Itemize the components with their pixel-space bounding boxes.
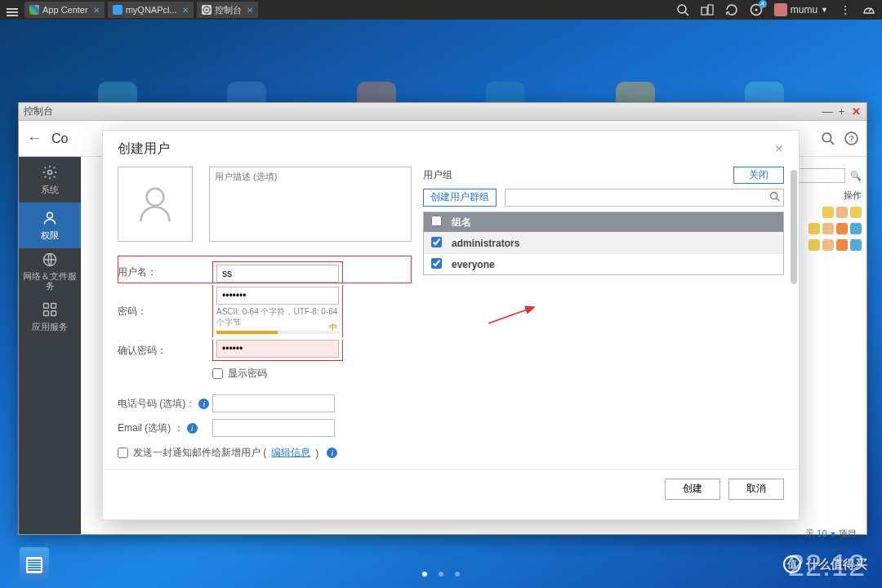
dock — [20, 547, 49, 583]
chevron-down-icon: ▼ — [821, 6, 828, 14]
svg-point-9 — [822, 133, 831, 142]
control-panel-window: 控制台 — + ✕ ← Co ? 系统 权限 网络＆文件服务 — [18, 102, 867, 535]
dashboard-icon[interactable] — [862, 3, 875, 16]
help-icon[interactable]: ? — [844, 131, 858, 145]
strength-label: 中 — [329, 322, 337, 333]
usergroup-title: 用户组 — [423, 168, 452, 182]
close-icon[interactable]: ✕ — [93, 6, 100, 15]
info-icon[interactable]: i — [327, 448, 337, 458]
close-icon[interactable]: ✕ — [774, 142, 784, 155]
tab-label: App Center — [42, 5, 88, 15]
page-indicator[interactable] — [422, 572, 460, 577]
search-icon[interactable] — [676, 3, 689, 16]
window-titlebar[interactable]: 控制台 — + ✕ — [19, 103, 866, 121]
tab-label: myQNAPcl... — [126, 5, 177, 15]
svg-rect-17 — [51, 303, 56, 308]
close-icon[interactable]: ✕ — [182, 6, 189, 15]
close-button[interactable]: ✕ — [850, 105, 862, 118]
username-label: 用户名： — [118, 265, 212, 279]
svg-point-21 — [770, 193, 777, 199]
svg-point-2 — [678, 5, 686, 13]
groupname-column[interactable]: 组名 — [448, 216, 783, 229]
create-group-button[interactable]: 创建用户群组 — [423, 189, 497, 207]
sidebar-item-label: 权限 — [41, 229, 59, 242]
dock-item[interactable] — [20, 547, 49, 583]
svg-point-1 — [205, 9, 207, 11]
show-password-label: 显示密码 — [228, 367, 267, 381]
groups-table: 组名 administrators everyone — [423, 212, 784, 275]
info-icon[interactable]: i — [198, 399, 209, 409]
confirm-label: 确认密码： — [118, 344, 212, 358]
close-groups-button[interactable]: 关闭 — [733, 167, 784, 184]
sidebar-item-apps[interactable]: 应用服务 — [19, 294, 81, 340]
window-title: 控制台 — [24, 105, 53, 118]
notif-badge: 4 — [759, 0, 767, 8]
tab-appcenter[interactable]: App Center ✕ — [24, 2, 105, 18]
notify-label: 发送一封通知邮件给新增用户 ( — [133, 446, 266, 460]
phone-label: 电话号码 (选填)： — [118, 398, 195, 409]
sidebar-item-privilege[interactable]: 权限 — [19, 203, 81, 248]
watermark: 值什么值得买 — [783, 555, 867, 573]
search-icon[interactable] — [765, 191, 783, 204]
create-button[interactable]: 创建 — [665, 479, 720, 500]
tab-controlpanel[interactable]: 控制台 ✕ — [197, 2, 258, 18]
sidebar-item-label: 网络＆文件服务 — [19, 271, 81, 291]
show-password-checkbox[interactable] — [212, 368, 223, 379]
svg-point-7 — [755, 9, 757, 11]
notify-checkbox[interactable] — [118, 448, 128, 458]
group-search-input[interactable] — [506, 189, 765, 206]
select-all-checkbox[interactable] — [431, 216, 442, 226]
sidebar-item-network[interactable]: 网络＆文件服务 — [19, 248, 81, 294]
info-icon[interactable]: i — [187, 423, 198, 434]
notification-icon[interactable]: 4 — [750, 3, 763, 16]
svg-text:?: ? — [849, 134, 854, 144]
cancel-button[interactable]: 取消 — [728, 479, 784, 500]
password-label: 密码： — [118, 305, 212, 318]
group-name: administrators — [448, 238, 783, 249]
tab-label: 控制台 — [215, 4, 242, 16]
behind-content: 🔍 操作 示 10 ▼ 项目 — [791, 168, 862, 256]
menu-icon[interactable] — [0, 5, 24, 15]
phone-field[interactable] — [212, 394, 335, 412]
dialog-title: 创建用户 — [118, 140, 170, 158]
username-label: 用户名： — [103, 263, 117, 277]
svg-point-14 — [47, 212, 53, 218]
table-row[interactable]: administrators — [424, 232, 783, 253]
group-name: everyone — [448, 259, 783, 270]
table-row[interactable]: everyone — [424, 253, 783, 274]
group-search[interactable] — [505, 189, 784, 207]
search-icon[interactable] — [821, 131, 835, 145]
ops-column-header: 操作 — [791, 189, 862, 202]
top-bar: App Center ✕ myQNAPcl... ✕ 控制台 ✕ 4 mumu … — [0, 0, 882, 20]
user-description[interactable] — [209, 167, 412, 242]
tab-myqnap[interactable]: myQNAPcl... ✕ — [108, 2, 194, 18]
sidebar-item-system[interactable]: 系统 — [19, 157, 81, 203]
minimize-button[interactable]: — — [822, 105, 833, 118]
confirm-password-field[interactable] — [216, 340, 339, 358]
avatar-placeholder[interactable] — [118, 167, 193, 242]
edit-info-link[interactable]: 编辑信息 — [271, 446, 310, 460]
svg-line-10 — [831, 141, 834, 145]
username-field[interactable] — [216, 265, 339, 283]
page-size[interactable]: 10 — [817, 528, 826, 538]
back-button[interactable]: ← — [27, 130, 42, 147]
svg-rect-19 — [51, 310, 56, 315]
refresh-icon[interactable] — [725, 3, 738, 16]
svg-rect-18 — [44, 310, 49, 315]
avatar — [774, 3, 787, 16]
email-label: Email (选填) ： — [118, 422, 184, 434]
user-menu[interactable]: mumu ▼ — [774, 3, 828, 16]
more-icon[interactable]: ⋮ — [840, 3, 851, 16]
search-icon[interactable]: 🔍 — [850, 171, 862, 181]
close-icon[interactable]: ✕ — [247, 6, 253, 15]
maximize-button[interactable]: + — [836, 105, 848, 118]
password-strength: 中 — [216, 331, 339, 334]
scrollbar[interactable] — [791, 170, 797, 464]
svg-rect-4 — [702, 7, 707, 15]
svg-rect-5 — [708, 5, 713, 15]
group-checkbox[interactable] — [431, 237, 442, 247]
password-field[interactable] — [216, 287, 339, 305]
group-checkbox[interactable] — [431, 258, 442, 269]
devices-icon[interactable] — [701, 3, 714, 16]
email-field[interactable] — [212, 419, 335, 437]
